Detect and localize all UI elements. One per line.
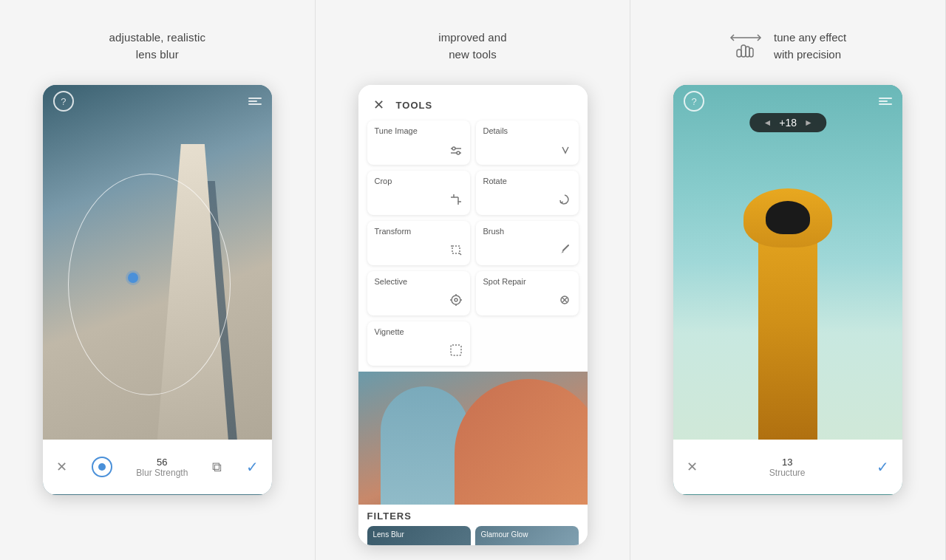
- s3-tower-window: [766, 201, 810, 234]
- confirm-button-3[interactable]: ✓: [877, 458, 889, 476]
- tool-brush[interactable]: Brush: [476, 221, 579, 265]
- help-icon[interactable]: ?: [53, 91, 74, 112]
- tools-title: TOOLS: [396, 100, 433, 111]
- tool-spot-repair[interactable]: Spot Repair: [476, 271, 579, 315]
- tool-vignette[interactable]: Vignette: [367, 321, 470, 366]
- tools-grid: Tune Image Details: [358, 120, 588, 372]
- svg-point-3: [457, 151, 460, 154]
- section3-label: tune any effect with precision: [774, 30, 846, 63]
- structure-value-display: 13 Structure: [769, 457, 806, 478]
- s3-bottom-toolbar: ✕ 13 Structure ✓: [673, 440, 902, 494]
- section-lens-blur: adjustable, realistic lens blur ? ✕: [0, 0, 316, 560]
- selective-icon: [449, 293, 463, 310]
- svg-point-10: [452, 296, 460, 304]
- svg-point-2: [452, 147, 455, 150]
- svg-rect-19: [451, 345, 461, 355]
- structure-label: Structure: [769, 468, 806, 478]
- tool-rotate[interactable]: Rotate: [476, 171, 579, 215]
- phone3-top-bar: ?: [673, 85, 902, 117]
- s1-image-area: [43, 85, 272, 440]
- svg-rect-6: [452, 246, 460, 253]
- blur-value-display: 56 Blur Strength: [136, 457, 188, 478]
- cancel-button[interactable]: ✕: [56, 459, 67, 475]
- filter-lens-blur[interactable]: Lens Blur ◎: [367, 526, 471, 545]
- layers-icon[interactable]: [248, 98, 262, 105]
- blur-dot-inner: [98, 463, 106, 471]
- blur-strength-button[interactable]: [92, 457, 112, 477]
- svg-line-9: [563, 245, 568, 250]
- cancel-button-3[interactable]: ✕: [687, 459, 698, 475]
- phone-mockup-1: ? ✕ 56 Blur Strength ⧉ ✓: [43, 85, 272, 495]
- filters-title: FILTERS: [367, 511, 579, 522]
- section-tools: improved and new tools ✕ TOOLS Tune Imag…: [316, 0, 631, 560]
- svg-rect-24: [737, 49, 741, 57]
- tool-crop[interactable]: Crop: [367, 171, 470, 215]
- tune-icon: [449, 146, 463, 159]
- s3-image-area: ◄ +18 ►: [673, 85, 902, 440]
- phone-mockup-2: ✕ TOOLS Tune Image Details: [358, 85, 588, 545]
- svg-line-8: [460, 253, 461, 255]
- svg-point-11: [455, 298, 457, 301]
- adjustment-value: +18: [779, 117, 797, 129]
- transform-icon: [449, 243, 463, 259]
- svg-rect-23: [749, 48, 753, 57]
- svg-rect-21: [741, 45, 746, 57]
- structure-number: 13: [782, 457, 792, 468]
- tool-transform[interactable]: Transform: [367, 221, 470, 265]
- layers-icon-3[interactable]: [879, 98, 892, 105]
- s1-ellipse-overlay[interactable]: [68, 174, 231, 395]
- section1-label: adjustable, realistic lens blur: [109, 30, 205, 63]
- touch-gesture-icon: [729, 30, 762, 63]
- phone1-top-bar: ?: [43, 85, 272, 117]
- phone-mockup-3: ? ◄ +18 ► ✕ 13 Structure: [673, 85, 902, 495]
- tool-details[interactable]: Details: [476, 120, 579, 165]
- filters-grid: Lens Blur ◎ Glamour Glow 👁 Tonal Contras…: [367, 526, 579, 545]
- close-button[interactable]: ✕: [373, 97, 384, 113]
- spot-repair-icon: [558, 293, 571, 310]
- left-arrow: ◄: [763, 117, 772, 128]
- right-arrow: ►: [804, 117, 813, 128]
- vignette-icon: [449, 344, 463, 360]
- s2-arch-building: [455, 379, 588, 505]
- details-icon: [559, 144, 571, 159]
- rotate-icon: [558, 193, 571, 209]
- help-icon-3[interactable]: ?: [684, 91, 704, 112]
- tool-tune-image[interactable]: Tune Image: [367, 120, 470, 165]
- crop-icon: [449, 193, 463, 209]
- s2-background-image: [358, 372, 588, 505]
- section3-header: tune any effect with precision: [729, 30, 846, 63]
- filters-section: FILTERS Lens Blur ◎ Glamour Glow 👁 Tonal…: [358, 505, 588, 545]
- section2-label: improved and new tools: [438, 30, 507, 63]
- section-precision: tune any effect with precision ? ◄ +18 ►: [630, 0, 946, 560]
- compare-icon[interactable]: ⧉: [212, 460, 222, 475]
- confirm-button[interactable]: ✓: [246, 458, 259, 476]
- s1-blur-dot[interactable]: [128, 273, 138, 283]
- tool-selective[interactable]: Selective: [367, 271, 470, 315]
- brush-icon: [558, 243, 571, 259]
- tools-header: ✕ TOOLS: [358, 85, 588, 120]
- filter-glamour-glow[interactable]: Glamour Glow 👁: [475, 526, 579, 545]
- s1-bottom-toolbar: ✕ 56 Blur Strength ⧉ ✓: [43, 440, 272, 494]
